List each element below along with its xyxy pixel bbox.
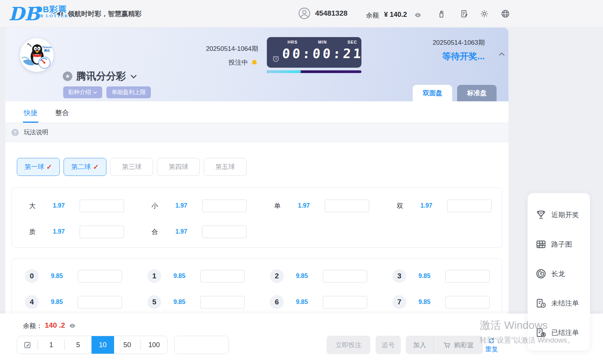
bet-amount-input[interactable]	[445, 270, 490, 283]
amount-option-50[interactable]: 50	[114, 336, 141, 354]
check-icon: ✓	[46, 163, 52, 171]
bet-amount-input[interactable]	[200, 296, 245, 309]
play-rules-row[interactable]: ? 玩法说明	[5, 123, 508, 142]
custom-amount-input[interactable]	[174, 336, 229, 354]
bet-content: 快捷 整合 ? 玩法说明 第一球✓ 第二球✓ 第三球 第四球 第五球 大 1.9…	[5, 101, 508, 314]
document-clock-icon	[535, 297, 547, 309]
svg-text:Tencent: Tencent	[42, 46, 53, 49]
trophy-icon	[535, 209, 547, 221]
countdown-progress-track	[267, 70, 361, 73]
lottery-page: DB DB彩票 DB LOTTERY 领航时时彩，智慧赢精彩	[0, 0, 603, 364]
bet-amount-input[interactable]	[200, 270, 245, 283]
announcement-text: 领航时时彩，智慧赢精彩	[68, 9, 142, 18]
bet-cell-prime: 质 1.97	[12, 219, 134, 245]
note-edit-icon[interactable]	[460, 9, 469, 18]
game-info-buttons: 彩种介绍 单期盈利上限	[63, 86, 151, 98]
timer-hrs-label: HRS	[288, 40, 297, 44]
user-avatar-icon[interactable]	[298, 7, 310, 20]
sidebar-item-long-dragon[interactable]: 长龙	[528, 259, 590, 288]
bet-now-button[interactable]: 立即投注	[327, 336, 370, 354]
profit-cap-button[interactable]: 单期盈利上限	[106, 86, 151, 98]
bet-amount-input[interactable]	[78, 270, 122, 283]
ball-button-2[interactable]: 第二球✓	[64, 158, 106, 176]
ball-button-4[interactable]: 第四球	[157, 158, 200, 176]
repeat-control[interactable]: 重复	[482, 337, 502, 354]
bet-amount-input[interactable]	[202, 226, 247, 238]
bet-cell-big: 大 1.97	[12, 193, 134, 219]
bell-icon[interactable]	[251, 59, 258, 67]
user-id: 45481328	[315, 9, 348, 18]
bet-amount-input[interactable]	[80, 200, 124, 212]
settings-gear-icon[interactable]	[480, 9, 489, 18]
pen-holder-icon[interactable]	[437, 9, 446, 18]
quick-amount-bar: 1 5 10 50 100	[17, 336, 168, 354]
subtab-combined[interactable]: 整合	[54, 108, 70, 123]
bet-cell-small: 小 1.97	[134, 193, 257, 219]
amount-option-10[interactable]: 10	[92, 336, 114, 354]
footer-eye-icon[interactable]	[69, 322, 76, 329]
user-account[interactable]: 45481328	[298, 7, 348, 20]
tab-standard[interactable]: 标准盘	[457, 85, 497, 101]
amount-option-5[interactable]: 5	[65, 336, 91, 354]
bet-amount-input[interactable]	[323, 270, 367, 283]
game-title-row: ★ 腾讯分分彩	[63, 70, 137, 83]
bet-amount-input[interactable]	[325, 200, 369, 212]
bet-amount-input[interactable]	[202, 200, 247, 212]
bet-cell-number-1: 1 9.85	[134, 263, 257, 289]
edit-amount-icon[interactable]	[17, 336, 38, 354]
basket-button[interactable]: 购彩篮	[434, 341, 483, 349]
sidebar-item-road-map[interactable]: 路子图	[528, 229, 590, 259]
footer-balance-value: 140 .2	[45, 321, 65, 330]
db-logo-icon[interactable]: DB	[9, 3, 34, 23]
tools-sidebar: 近期开奖 路子图 长龙	[528, 193, 590, 351]
ball-selector: 第一球✓ 第二球✓ 第三球 第四球 第五球	[17, 158, 247, 176]
refresh-icon	[488, 337, 495, 344]
amount-option-1[interactable]: 1	[38, 336, 64, 354]
ball-button-5[interactable]: 第五球	[204, 158, 247, 176]
document-coin-icon	[535, 327, 547, 338]
amount-option-100[interactable]: 100	[141, 336, 167, 354]
announcement-bar: 领航时时彩，智慧赢精彩	[56, 9, 142, 18]
bet-cell-composite: 合 1.97	[134, 219, 257, 245]
bet-amount-input[interactable]	[323, 296, 367, 309]
ball-button-3[interactable]: 第三球	[110, 158, 153, 176]
favorite-star-icon[interactable]: ★	[63, 72, 72, 81]
bet-cell-number-2: 2 9.85	[257, 263, 379, 289]
check-icon: ✓	[93, 163, 99, 171]
subtab-quick[interactable]: 快捷	[23, 108, 38, 123]
timer-sec-label: SEC	[347, 40, 357, 44]
sidebar-item-settled-bets[interactable]: 已结注单	[528, 318, 590, 347]
bet-cell-odd: 单 1.97	[257, 193, 379, 219]
language-globe-icon[interactable]	[501, 9, 510, 18]
countdown-progress-fill	[267, 70, 301, 73]
repeat-label: 重复	[485, 345, 498, 354]
collapse-chevron-up-icon[interactable]	[498, 52, 505, 56]
two-sides-panel: 大 1.97 小 1.97 单 1.97 双 1.97	[11, 187, 502, 248]
countdown-timer: HRS MIN SEC 00:00:21	[267, 37, 361, 68]
balance-eye-icon[interactable]	[414, 11, 422, 19]
board-tabs: 双面盘 标准盘	[413, 85, 497, 101]
sidebar-item-open-bets[interactable]: 未结注单	[528, 288, 590, 318]
add-button[interactable]: 加入	[406, 341, 433, 349]
speaker-icon	[56, 10, 64, 18]
ball-button-1[interactable]: 第一球✓	[17, 158, 60, 176]
sidebar-item-recent-draws[interactable]: 近期开奖	[528, 200, 590, 229]
lottery-intro-button[interactable]: 彩种介绍	[63, 86, 102, 98]
mode-subtabs: 快捷 整合	[5, 101, 508, 123]
last-issue-block: 20250514-1063期 等待开奖...	[404, 38, 485, 62]
bet-amount-input[interactable]	[80, 226, 124, 238]
draw-status: 等待开奖...	[404, 50, 485, 62]
bet-cell-even: 双 1.97	[379, 193, 502, 219]
bet-amount-input[interactable]	[78, 296, 122, 309]
balance-label: 余额	[366, 11, 379, 20]
chase-number-button[interactable]: 追号	[376, 336, 401, 354]
bet-amount-input[interactable]	[447, 200, 492, 212]
bet-cell-number-5: 5 9.85	[134, 289, 257, 315]
tab-double-side[interactable]: 双面盘	[413, 85, 452, 101]
balance-value: ¥ 140.2	[384, 11, 407, 19]
bet-amount-input[interactable]	[445, 296, 490, 309]
bet-cell-number-6: 6 9.85	[257, 289, 379, 315]
game-switch-chevron-down-icon[interactable]	[130, 74, 137, 79]
footer-balance-label: 余额：	[23, 322, 42, 330]
betting-status: 投注中	[229, 58, 248, 67]
